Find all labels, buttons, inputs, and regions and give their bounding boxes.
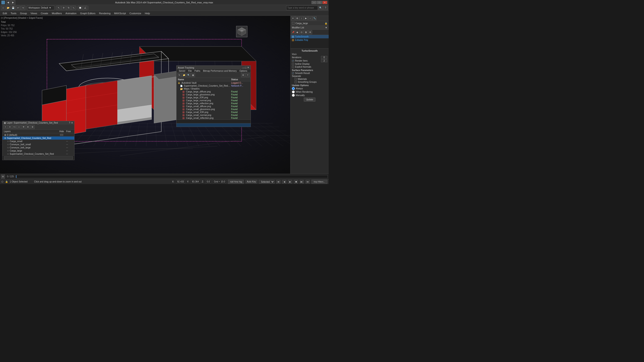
menu-customize[interactable]: Customize: [128, 11, 143, 16]
menu-help[interactable]: Help: [143, 11, 152, 16]
panel-tab-modify[interactable]: ⊞: [295, 16, 299, 20]
layer-row-carga-small[interactable]: ◇ Carga_small ···: [2, 140, 74, 143]
layer-panel-header[interactable]: ▦ Layer: Supermarket_Checkout_Counters_S…: [2, 121, 74, 124]
layer-freeze-all-btn[interactable]: ❄: [26, 125, 30, 129]
asset-menu-options[interactable]: Options: [238, 70, 248, 72]
asset-row-img8[interactable]: 🖼 Carga_small_IOR.png Found: [176, 111, 250, 114]
search-btn[interactable]: 🔍: [318, 6, 323, 10]
scale-btn[interactable]: ⤡: [71, 6, 76, 10]
add-time-tag-btn[interactable]: Add Time Tag: [228, 180, 244, 184]
toolbar-btn[interactable]: ▶: [11, 0, 15, 5]
save-btn[interactable]: 💾: [11, 6, 15, 10]
panel-tab-motion[interactable]: ▶: [304, 16, 308, 20]
ts-render-iters-check[interactable]: [292, 60, 294, 62]
asset-row-img2[interactable]: 🖼 Carga_large_glossiness.png Found: [176, 93, 250, 96]
pin-stack-btn[interactable]: 📌: [291, 30, 295, 34]
asset-row-img9[interactable]: 🖼 Carga_small_normal.png Found: [176, 114, 250, 117]
modifier-editable-poly[interactable]: Editable Poly: [290, 38, 329, 42]
nav-cube-box[interactable]: TOP: [236, 26, 248, 37]
make-unique-btn[interactable]: ⊡: [300, 30, 304, 34]
layer-settings-btn[interactable]: ⚙: [30, 125, 34, 129]
layer-select-btn[interactable]: □: [17, 125, 21, 129]
layer-row-conveyor-large[interactable]: ◇ Conveyor_belt_large ···: [2, 146, 74, 149]
menu-maxscript[interactable]: MAXScript: [112, 11, 128, 16]
stop-btn[interactable]: ⏹: [294, 180, 298, 184]
undo-btn[interactable]: ↩: [16, 6, 20, 10]
ts-always-radio[interactable]: [292, 87, 295, 90]
asset-minimize-btn[interactable]: –: [242, 66, 244, 69]
timeline-track[interactable]: [16, 175, 328, 178]
panel-tab-display[interactable]: ○: [308, 16, 312, 20]
ts-explicit-check[interactable]: [292, 66, 294, 68]
panel-tab-utilities[interactable]: 🔧: [312, 16, 316, 20]
layer-hide-all-btn[interactable]: 👁: [22, 125, 26, 129]
color-swatch[interactable]: [292, 22, 294, 24]
snap-btn[interactable]: 🔲: [78, 6, 82, 10]
angle-snap-btn[interactable]: ∠: [83, 6, 87, 10]
layer-new-btn[interactable]: +: [4, 125, 8, 129]
menu-animation[interactable]: Animation: [64, 11, 78, 16]
layer-help-btn[interactable]: ?: [69, 122, 70, 124]
layer-add-selection-btn[interactable]: +□: [12, 125, 16, 129]
asset-settings-btn[interactable]: ⚙: [241, 73, 245, 77]
asset-close-btn[interactable]: ✕: [247, 66, 249, 69]
layer-row-carga-large[interactable]: ◇ Carga_large ···: [2, 149, 74, 152]
selected-dropdown[interactable]: Selected: [259, 180, 274, 184]
ts-manually-radio[interactable]: [292, 94, 295, 97]
layer-row-conveyor-small[interactable]: ◇ Conveyor_belt_small ···: [2, 143, 74, 146]
asset-locate-btn[interactable]: 🔍: [186, 73, 190, 77]
layer-row-default[interactable]: ▦ 0 (default): [2, 133, 74, 136]
go-start-btn[interactable]: ⏮: [276, 180, 280, 184]
asset-refresh-btn[interactable]: ↻: [178, 73, 182, 77]
workspace-dropdown[interactable]: Workspace: Default ▼: [27, 6, 54, 10]
toolbar-btn[interactable]: ◀: [6, 0, 10, 5]
asset-menu-file[interactable]: File: [187, 70, 193, 72]
menu-edit[interactable]: Edit: [1, 11, 9, 16]
layer-vis[interactable]: [57, 134, 66, 136]
asset-row-img10[interactable]: 🖼 Carga_small_reflection.png Found: [176, 117, 250, 119]
asset-row-max-file[interactable]: 📄 Supermarket_Checkout_Counters_Set_Red_…: [176, 84, 250, 87]
layer-delete-btn[interactable]: ✕: [8, 125, 12, 129]
redo-btn[interactable]: ↪: [21, 6, 25, 10]
asset-view-btn[interactable]: ▦: [191, 73, 195, 77]
asset-menu-server[interactable]: Server: [178, 70, 187, 72]
go-end-btn[interactable]: ⏭: [306, 180, 310, 184]
open-btn[interactable]: 📂: [6, 6, 10, 10]
ts-update-button[interactable]: Update: [304, 98, 315, 101]
asset-row-img1[interactable]: 🖼 Carga_large_diffuse.png Found: [176, 90, 250, 93]
search-input[interactable]: [287, 6, 317, 9]
asset-menu-bitmap[interactable]: Bitmap Performance and Memory: [202, 70, 238, 72]
panel-tab-hierarchy[interactable]: ↕: [300, 16, 304, 20]
asset-menu-paths[interactable]: Paths: [193, 70, 202, 72]
ts-when-rendering-radio[interactable]: [292, 90, 295, 93]
layer-close-btn[interactable]: ✕: [71, 122, 73, 124]
play-btn[interactable]: ▶: [288, 180, 292, 184]
maximize-button[interactable]: □: [317, 1, 322, 4]
close-button[interactable]: ✕: [322, 1, 327, 4]
timeline-settings-btn[interactable]: ⚙: [1, 175, 5, 179]
asset-row-maps-folder[interactable]: 📂 Maps / Shaders: [176, 87, 250, 90]
asset-restore-btn[interactable]: □: [245, 66, 246, 69]
viewport[interactable]: [+] [Perspective] [Shaded + Edged Faces]…: [0, 16, 290, 174]
ts-smoothing-check[interactable]: [294, 81, 297, 83]
asset-row-vault[interactable]: 🏛 Autodesk Vault Logged O...: [176, 81, 250, 84]
nav-cube[interactable]: TOP: [235, 25, 248, 38]
asset-row-img3[interactable]: 🖼 Carga_large_IOR.png Found: [176, 96, 250, 99]
menu-create[interactable]: Create: [39, 11, 50, 16]
help-btn[interactable]: ?: [323, 6, 328, 10]
new-btn[interactable]: □: [1, 6, 6, 10]
prev-frame-btn[interactable]: ◀: [282, 180, 286, 184]
menu-rendering[interactable]: Rendering: [97, 11, 112, 16]
next-frame-btn[interactable]: ▶|: [300, 180, 304, 184]
ts-smooth-check[interactable]: [292, 72, 294, 74]
asset-folder-btn[interactable]: 📁: [182, 73, 186, 77]
modifier-turbosmooth[interactable]: TurboSmooth: [290, 35, 329, 38]
menu-modifiers[interactable]: Modifiers: [50, 11, 64, 16]
ts-iterations-input[interactable]: [321, 56, 327, 59]
modifier-list-arrow[interactable]: ▼: [325, 26, 327, 29]
menu-group[interactable]: Group: [18, 11, 29, 16]
show-end-result-btn[interactable]: ◉: [295, 30, 299, 34]
ts-render-iters-input[interactable]: [321, 59, 327, 62]
select-btn[interactable]: ↖: [56, 6, 61, 10]
menu-graph-editors[interactable]: Graph Editors: [78, 11, 97, 16]
